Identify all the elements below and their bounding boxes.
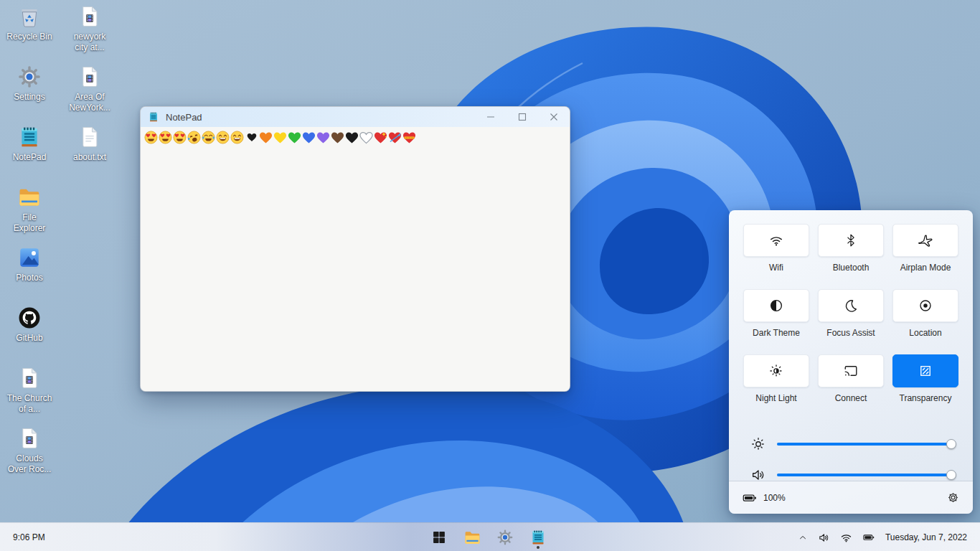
quick-settings-grid: Wifi Bluetooth Airplan Mode Dark Theme F…: [743, 224, 958, 420]
airplane-mode-label: Airplan Mode: [900, 263, 951, 273]
emoji-face-joy: [202, 131, 215, 144]
bluetooth-icon: [843, 232, 859, 248]
desktop-icon-label: Area Of NewYork...: [69, 92, 110, 113]
night-light-button[interactable]: [743, 354, 809, 387]
desktop-icon-label: GitHub: [16, 333, 42, 344]
notepad-icon: [17, 125, 42, 149]
taskbar-settings-button[interactable]: [495, 525, 515, 550]
notepad-text-area[interactable]: [141, 127, 570, 391]
folder-icon: [17, 185, 42, 209]
desktop-icon-notepad[interactable]: NotePad: [0, 125, 60, 163]
desktop-icon-recycle-bin[interactable]: Recycle Bin: [0, 4, 60, 42]
brightness-icon: [750, 436, 766, 452]
brightness-slider-thumb[interactable]: [946, 439, 956, 449]
recycle-bin-icon: [17, 4, 42, 29]
desktop-icon-about-txt[interactable]: about.txt: [60, 125, 120, 163]
video-file-icon: [17, 426, 42, 451]
emoji-face-heart-eyes: [159, 131, 172, 144]
quick-setting-connect: Connect: [818, 354, 884, 404]
taskbar-clock[interactable]: 9:06 PM: [13, 523, 45, 551]
taskbar: 9:06 PM Tuesday, Jun 7, 2022: [0, 522, 980, 551]
quick-setting-focus-assist: Focus Assist: [818, 289, 884, 339]
emoji-face-heart-eyes: [173, 131, 187, 144]
desktop-icon-label: The Church of a...: [7, 393, 52, 415]
tray-wifi-icon[interactable]: [840, 532, 852, 544]
brightness-slider[interactable]: [777, 435, 953, 453]
battery-icon: [742, 490, 758, 506]
quick-settings-panel: Wifi Bluetooth Airplan Mode Dark Theme F…: [729, 210, 973, 514]
location-icon: [918, 298, 933, 314]
location-button[interactable]: [892, 289, 958, 322]
desktop-icon-photos[interactable]: Photos: [0, 245, 60, 283]
desktop-icon-label: NotePad: [13, 152, 47, 163]
minimize-button[interactable]: [475, 107, 507, 127]
taskbar-app-icons: [429, 523, 548, 551]
wifi-button[interactable]: [743, 224, 809, 257]
quick-setting-airplane-mode: Airplan Mode: [892, 224, 958, 273]
taskbar-notepad-button[interactable]: [528, 525, 548, 550]
maximize-button[interactable]: [507, 107, 538, 127]
desktop-icon-newyork-video[interactable]: newyork city at...: [60, 4, 120, 53]
bluetooth-button[interactable]: [818, 224, 884, 257]
close-button[interactable]: [538, 107, 570, 127]
desktop-icon-file-explorer[interactable]: File Explorer: [0, 185, 60, 234]
desktop-screen: Recycle Bin newyork city at... Settings …: [0, 0, 980, 551]
quick-setting-dark-theme: Dark Theme: [743, 289, 809, 339]
wifi-label: Wifi: [769, 263, 783, 273]
emoji-face-grin: [216, 131, 230, 144]
start-button[interactable]: [429, 525, 449, 550]
transparency-icon: [918, 363, 933, 379]
tray-chevron-up-icon[interactable]: [798, 532, 808, 542]
emoji-purple-heart: [316, 131, 330, 144]
tray-volume-icon[interactable]: [818, 532, 830, 544]
gear-icon: [946, 491, 960, 504]
volume-slider-thumb[interactable]: [946, 470, 956, 480]
desktop-icon-clouds-video[interactable]: Clouds Over Roc...: [0, 426, 60, 475]
airplane-mode-button[interactable]: [892, 224, 958, 257]
dark-theme-label: Dark Theme: [753, 328, 800, 339]
notepad-icon: [529, 529, 547, 546]
cast-icon: [843, 363, 859, 379]
tray-battery-icon[interactable]: [862, 531, 875, 544]
emoji-heart-with-arrow: [388, 131, 402, 144]
settings-gear-icon: [496, 529, 514, 546]
emoji-black-heart-small: [245, 131, 258, 144]
focus-assist-button[interactable]: [818, 289, 884, 322]
dark-theme-button[interactable]: [743, 289, 809, 322]
settings-gear-icon: [17, 65, 42, 89]
quick-setting-wifi: Wifi: [743, 224, 809, 273]
notepad-titlebar[interactable]: NotePad: [141, 107, 570, 127]
github-icon: [17, 306, 42, 330]
taskbar-date[interactable]: Tuesday, Jun 7, 2022: [885, 532, 967, 542]
settings-gear-button[interactable]: [946, 491, 960, 504]
quick-setting-transparency: Transparency: [892, 354, 958, 404]
window-title: NotePad: [166, 112, 475, 123]
battery-percent: 100%: [763, 493, 946, 503]
emoji-text-row: [144, 131, 566, 144]
desktop-icon-the-church-video[interactable]: The Church of a...: [0, 366, 60, 415]
desktop-icon-label: Clouds Over Roc...: [8, 453, 52, 475]
airplane-icon: [915, 230, 936, 251]
desktop-icon-area-of-newyork-video[interactable]: Area Of NewYork...: [60, 65, 120, 113]
desktop-icon-label: Photos: [16, 273, 42, 283]
focus-assist-label: Focus Assist: [826, 328, 875, 339]
transparency-label: Transparency: [900, 393, 952, 404]
night-light-icon: [768, 363, 784, 379]
transparency-button[interactable]: [892, 354, 958, 387]
taskbar-file-explorer-button[interactable]: [462, 525, 482, 550]
desktop-icon-github[interactable]: GitHub: [0, 306, 60, 344]
emoji-yellow-heart: [273, 131, 287, 144]
desktop-icon-label: Settings: [14, 92, 44, 103]
notepad-window-icon: [148, 111, 159, 123]
emoji-face-rofl: [187, 131, 201, 144]
video-file-icon: [77, 65, 102, 89]
connect-label: Connect: [835, 393, 867, 404]
night-light-label: Night Light: [755, 393, 796, 404]
connect-button[interactable]: [818, 354, 884, 387]
desktop-icon-label: newyork city at...: [74, 32, 106, 53]
emoji-green-heart: [288, 131, 301, 144]
emoji-brown-heart: [331, 131, 344, 144]
desktop-icon-settings[interactable]: Settings: [0, 65, 60, 103]
start-icon: [431, 529, 447, 545]
quick-setting-bluetooth: Bluetooth: [818, 224, 884, 273]
